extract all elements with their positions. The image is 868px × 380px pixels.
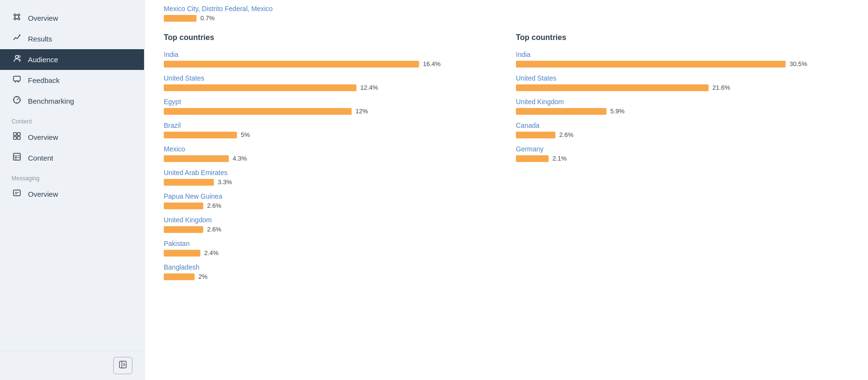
country-name: United Kingdom <box>516 98 849 106</box>
sidebar-item-feedback-label: Feedback <box>28 76 60 84</box>
svg-point-9 <box>15 55 18 58</box>
country-name: Egypt <box>164 98 497 106</box>
country-percent: 21.6% <box>712 84 730 91</box>
benchmarking-icon <box>12 95 22 107</box>
svg-rect-20 <box>13 136 16 139</box>
sidebar-item-content[interactable]: Content <box>0 148 144 168</box>
right-section-title: Top countries <box>516 33 849 42</box>
country-name: United States <box>516 74 849 82</box>
country-bar <box>164 132 237 138</box>
country-bar <box>164 155 229 162</box>
country-bar <box>516 61 786 68</box>
bar-row: 2.1% <box>516 155 849 162</box>
svg-line-17 <box>17 98 19 100</box>
bar-row: 5% <box>164 131 497 138</box>
country-bar <box>164 250 200 257</box>
bar-row: 2.6% <box>164 226 497 233</box>
country-bar <box>164 84 356 91</box>
country-bar <box>164 61 419 68</box>
country-name: United States <box>164 74 497 82</box>
sidebar: Overview Results Audience <box>0 0 145 380</box>
feedback-icon <box>12 75 22 86</box>
sidebar-item-content-overview[interactable]: Overview <box>0 127 144 148</box>
country-name: Germany <box>516 145 849 153</box>
left-section-title: Top countries <box>164 33 497 42</box>
country-percent: 2.6% <box>207 226 222 233</box>
country-percent: 2.6% <box>559 131 574 138</box>
svg-rect-19 <box>17 133 20 136</box>
sidebar-item-benchmarking-label: Benchmarking <box>28 97 74 105</box>
content-inner: Mexico City, Distrito Federal, Mexico 0.… <box>145 0 868 306</box>
svg-point-3 <box>18 18 20 20</box>
top-city-bar <box>164 15 197 22</box>
country-bar <box>516 108 606 115</box>
bar-row: 2.4% <box>164 249 497 257</box>
country-bar <box>164 108 352 115</box>
countries-columns: Top countries India 16.4% United States … <box>164 33 849 287</box>
country-name: India <box>516 51 849 58</box>
left-column: Top countries India 16.4% United States … <box>164 33 497 287</box>
top-city-name: Mexico City, Distrito Federal, Mexico <box>164 5 849 13</box>
country-name: Mexico <box>164 145 497 153</box>
content-icon <box>12 152 22 163</box>
sidebar-item-messaging-overview[interactable]: Overview <box>0 184 144 204</box>
messaging-section-label: Messaging <box>0 168 144 184</box>
list-item: United States 21.6% <box>516 74 849 91</box>
country-percent: 2.4% <box>204 249 219 257</box>
sidebar-item-content-label: Content <box>28 154 53 162</box>
country-bar <box>516 155 549 162</box>
list-item: India 16.4% <box>164 51 497 68</box>
sidebar-collapse-button[interactable] <box>113 357 132 374</box>
content-overview-icon <box>12 132 22 143</box>
country-percent: 12.4% <box>360 84 378 91</box>
list-item: Pakistan 2.4% <box>164 240 497 257</box>
bar-row: 5.9% <box>516 108 849 115</box>
svg-rect-22 <box>13 153 20 160</box>
list-item: India 30.5% <box>516 51 849 68</box>
country-bar <box>164 203 203 209</box>
top-city-percent: 0.7% <box>200 14 215 22</box>
results-icon <box>12 33 22 44</box>
country-bar <box>516 84 709 91</box>
country-bar <box>164 179 214 186</box>
bar-row: 12% <box>164 108 497 115</box>
list-item: Mexico 4.3% <box>164 145 497 162</box>
list-item: United States 12.4% <box>164 74 497 91</box>
list-item: Egypt 12% <box>164 98 497 115</box>
sidebar-item-overview-label: Overview <box>28 14 58 22</box>
svg-point-2 <box>14 18 16 20</box>
list-item: United Arab Emirates 3.3% <box>164 169 497 186</box>
country-percent: 5% <box>241 131 250 138</box>
country-name: Bangladesh <box>164 263 497 271</box>
sidebar-item-feedback[interactable]: Feedback <box>0 70 144 91</box>
sidebar-nav: Overview Results Audience <box>0 0 144 351</box>
bar-row: 16.4% <box>164 60 497 68</box>
sidebar-item-overview[interactable]: Overview <box>0 8 144 28</box>
country-bar <box>164 226 203 233</box>
svg-point-1 <box>18 14 20 16</box>
svg-rect-26 <box>13 190 20 196</box>
messaging-overview-icon <box>12 189 22 200</box>
sidebar-item-benchmarking[interactable]: Benchmarking <box>0 91 144 111</box>
country-name: United Kingdom <box>164 216 497 224</box>
list-item: United Kingdom 5.9% <box>516 98 849 115</box>
content-section-label: Content <box>0 111 144 127</box>
country-name: India <box>164 51 497 58</box>
sidebar-item-audience[interactable]: Audience <box>0 49 144 70</box>
sidebar-footer <box>0 351 144 380</box>
bar-row: 12.4% <box>164 84 497 91</box>
list-item: United Kingdom 2.6% <box>164 216 497 233</box>
country-percent: 5.9% <box>610 108 625 115</box>
country-name: Brazil <box>164 122 497 129</box>
audience-icon <box>12 54 22 65</box>
country-percent: 30.5% <box>789 60 807 68</box>
sidebar-item-results[interactable]: Results <box>0 28 144 49</box>
country-percent: 12% <box>355 108 368 115</box>
bar-row: 2.6% <box>164 202 497 209</box>
country-percent: 2% <box>198 273 208 280</box>
list-item: Brazil 5% <box>164 122 497 138</box>
bar-row: 2.6% <box>516 131 849 138</box>
bar-row: 4.3% <box>164 155 497 162</box>
sidebar-item-content-overview-label: Overview <box>28 133 58 141</box>
svg-point-8 <box>19 35 21 36</box>
